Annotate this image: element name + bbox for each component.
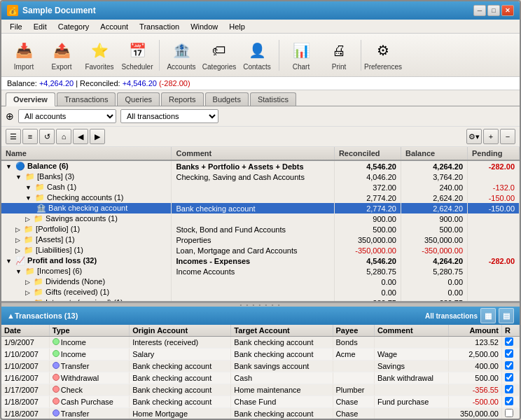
tab-reports[interactable]: Reports [161,92,204,106]
menu-account[interactable]: Account [95,21,134,32]
back-button[interactable]: ◀ [73,129,88,144]
categories-button[interactable]: 🏷 Categories [201,37,237,74]
tab-transactions[interactable]: Transactions [57,92,116,106]
account-name: ▷ 📁 [Liabilities] (1) [1,245,172,255]
contacts-icon: 👤 [246,40,268,62]
scheduler-button[interactable]: 📅 Scheduler [119,37,155,74]
tab-statistics[interactable]: Statistics [250,92,296,106]
main-content: Name Comment Reconciled Balance Pending … [1,147,520,419]
favorites-button[interactable]: ⭐ Favorites [81,37,118,74]
account-balance: 240.00 [401,182,467,192]
print-button[interactable]: 🖨 Print [321,37,357,74]
transaction-row[interactable]: 1/16/2007 Withdrawal Bank checking accou… [1,372,520,384]
account-row[interactable]: ▷ 📁 [Assets] (1) Properties 350,000.00 3… [1,234,520,245]
transaction-row[interactable]: 1/18/2007 Cash Purchase Bank checking ac… [1,396,520,408]
trans-origin: Bank checking account [130,372,231,384]
expand-icon[interactable]: ▼ [6,163,12,170]
account-reconciled: 372.00 [334,182,401,192]
chart-button[interactable]: 📊 Chart [283,37,319,74]
expand-icon[interactable]: ▼ [15,174,22,181]
account-row[interactable]: ▷ 📁 Dividends (None) 0.00 0.00 [1,276,520,287]
account-row[interactable]: 🏦 Bank checking account Bank checking ac… [1,203,520,214]
menu-category[interactable]: Category [53,21,95,32]
account-reconciled: 350,000.00 [334,234,401,245]
expand-icon[interactable]: ▷ [25,216,30,223]
list-view-button[interactable]: ☰ [6,129,21,144]
menu-help[interactable]: Help [223,21,251,32]
trans-date: 1/9/2007 [1,337,49,349]
maximize-button[interactable]: □ [487,5,500,16]
account-filter[interactable]: All accounts [18,109,116,123]
accounts-button[interactable]: 🏦 Accounts [163,37,200,74]
categories-label: Categories [202,63,236,71]
trans-type: Transfer [49,408,129,419]
transaction-row[interactable]: 1/10/2007 Income Salary Bank checking ac… [1,349,520,360]
account-row[interactable]: ▼ 📈 Profit and loss (32) Incomes - Expen… [1,255,520,266]
tab-queries[interactable]: Queries [117,92,160,106]
account-comment: Checking, Saving and Cash Accounts [172,172,334,182]
expand-icon[interactable]: ▼ [25,184,32,191]
account-balance: 350,000.00 [401,234,467,245]
tab-budgets[interactable]: Budgets [205,92,249,106]
trans-amount: -356.55 [448,384,501,396]
contacts-button[interactable]: 👤 Contacts [239,37,275,74]
export-button[interactable]: 📤 Export [43,37,80,74]
account-balance: 500.00 [401,224,467,234]
menu-file[interactable]: File [4,21,28,32]
expand-icon[interactable]: ▷ [15,247,20,254]
refresh-button[interactable]: ↺ [39,129,55,144]
add-button[interactable]: + [483,129,499,144]
account-row[interactable]: ▼ 📁 Checking accounts (1) 2,774.20 2,624… [1,192,520,203]
account-reconciled: 0.00 [334,276,401,287]
account-row[interactable]: ▷ 📁 Gifts (received) (1) 0.00 0.00 [1,287,520,298]
remove-button[interactable]: − [500,129,515,144]
print-icon: 🖨 [328,40,350,62]
account-row[interactable]: ▼ 📁 Cash (1) 372.00 240.00 -132.0 [1,182,520,192]
trans-view2[interactable]: ▤ [499,308,514,323]
transaction-row[interactable]: 1/17/2007 Check Bank checking account Ho… [1,384,520,396]
th-amount: Amount [448,325,501,337]
transaction-filter[interactable]: All transactions [120,109,218,123]
forward-button[interactable]: ▶ [90,129,105,144]
preferences-button[interactable]: ⚙ Preferences [365,37,401,74]
transaction-row[interactable]: 1/9/2007 Income Interests (received) Ban… [1,337,520,349]
expand-icon[interactable]: ▷ [25,279,30,286]
account-row[interactable]: ▼ 📁 [Incomes] (6) Income Accounts 5,280.… [1,266,520,276]
trans-view1[interactable]: ▦ [480,308,496,323]
expand-icon[interactable]: ▼ [25,195,32,202]
expand-icon[interactable]: ▷ [15,237,20,244]
expand-icon[interactable]: ▼ [15,268,22,275]
account-row[interactable]: ▷ 📁 Savings accounts (1) 900.00 900.00 [1,214,520,224]
close-button[interactable]: ✕ [501,5,514,16]
balance-amount: +4,264.20 [39,79,74,88]
menu-edit[interactable]: Edit [28,21,53,32]
col-header-name: Name [1,147,172,160]
account-icon: 🏦 [36,204,46,212]
transactions-table-wrap: Date Type Origin Account Target Account … [1,325,520,419]
home-button[interactable]: ⌂ [56,129,71,144]
transaction-row[interactable]: 1/10/2007 Transfer Bank checking account… [1,360,520,372]
account-name: ▷ 📁 Gifts (received) (1) [1,287,172,298]
expand-icon[interactable]: ▼ [6,258,12,265]
account-icon: 📁 [34,214,43,223]
action-bar: ☰ ≡ ↺ ⌂ ◀ ▶ ⚙▾ + − [1,127,520,147]
type-icon [53,386,60,393]
account-row[interactable]: ▷ 📁 [Portfolio] (1) Stock, Bond and Fund… [1,224,520,234]
account-row[interactable]: ▷ 📁 [Liabilities] (1) Loan, Mortgage and… [1,245,520,255]
trans-origin: Bank checking account [130,396,231,408]
account-balance: 4,264.20 [401,255,467,266]
account-row[interactable]: ▼ 📁 [Banks] (3) Checking, Saving and Cas… [1,172,520,182]
menu-window[interactable]: Window [185,21,223,32]
expand-icon[interactable]: ▷ [25,289,30,296]
gear-button[interactable]: ⚙▾ [466,129,482,144]
transaction-row[interactable]: 1/18/2007 Transfer Home Mortgage Bank ch… [1,408,520,419]
minimize-button[interactable]: ─ [473,5,486,16]
import-button[interactable]: 📥 Import [6,37,42,74]
expand-icon[interactable]: ▷ [15,226,20,233]
tab-overview[interactable]: Overview [6,92,55,106]
list-view2-button[interactable]: ≡ [22,129,38,144]
account-icon: 📁 [24,225,34,233]
account-comment [172,182,334,192]
menu-transaction[interactable]: Transaction [134,21,185,32]
account-row[interactable]: ▼ 🔵 Balance (6) Banks + Portfolio + Asse… [1,160,520,172]
